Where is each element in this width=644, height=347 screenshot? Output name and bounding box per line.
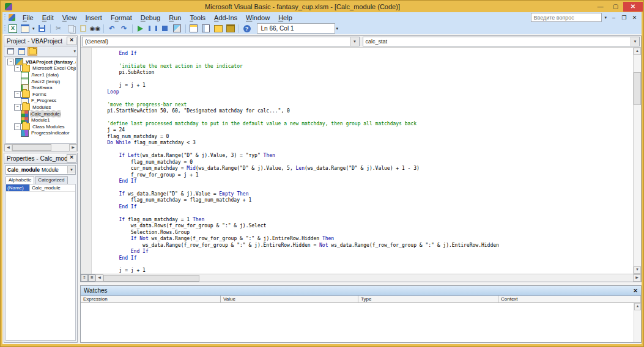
question-input[interactable] <box>531 13 602 22</box>
tree-item-f-progress[interactable]: F_Progress <box>6 98 76 104</box>
menu-run[interactable]: Run <box>165 13 185 23</box>
code-vscrollbar[interactable]: ▲ ▼ <box>633 48 641 274</box>
menu-tools[interactable]: Tools <box>185 13 210 23</box>
tree-item-этакнига[interactable]: ЭтаКнига <box>6 84 76 91</box>
tree-item-лист2-temp-[interactable]: Лист2 (temp) <box>6 78 76 85</box>
reset-icon[interactable] <box>160 24 171 34</box>
scroll-up-icon[interactable]: ▲ <box>634 48 641 55</box>
menu-insert[interactable]: Insert <box>81 13 106 23</box>
menu-edit[interactable]: Edit <box>38 13 58 23</box>
view-object-icon[interactable] <box>17 47 26 56</box>
run-icon[interactable] <box>135 24 146 34</box>
watches-vscrollbar[interactable]: ▲ <box>634 303 641 342</box>
project-hscroll-thumb[interactable] <box>12 144 51 151</box>
tree-item-modules[interactable]: −Modules <box>6 104 76 111</box>
scroll-left-icon[interactable]: ◀ <box>95 274 103 282</box>
code-hscroll-thumb[interactable] <box>103 275 199 282</box>
code-line: flag_num_matchday = 0 <box>95 159 633 166</box>
tab-categorized[interactable]: Categorized <box>35 176 67 184</box>
procedure-view-icon[interactable]: ≡ <box>81 274 88 282</box>
watches-list[interactable] <box>81 303 634 342</box>
code-window: (General) ▼ calc_stat ▼ End If 'initiate… <box>80 35 642 282</box>
tree-item-microsoft-excel-objects[interactable]: −Microsoft Excel Objects <box>6 65 76 72</box>
view-code-icon[interactable] <box>6 47 15 56</box>
project-hscrollbar[interactable]: ◀ ▶ <box>4 144 77 151</box>
object-dropdown[interactable]: (General) ▼ <box>82 37 360 46</box>
project-toolbar-overflow-icon[interactable]: ▾ <box>72 49 77 54</box>
save-icon[interactable] <box>37 24 48 34</box>
selected-object-type: Module <box>42 167 59 173</box>
full-module-view-icon[interactable]: ≣ <box>88 274 95 282</box>
collapse-icon[interactable]: − <box>14 91 21 98</box>
toolbar-separator <box>132 24 133 33</box>
child-minimize-button[interactable]: – <box>609 13 618 21</box>
scroll-right-icon[interactable]: ▶ <box>69 144 77 152</box>
project-panel-close-icon[interactable]: ✕ <box>67 37 76 45</box>
scroll-up-icon[interactable]: ▲ <box>634 303 641 310</box>
help-icon[interactable]: ? <box>242 24 253 34</box>
tree-item-forms[interactable]: −Forms <box>6 91 76 98</box>
tree-item-class-modules[interactable]: −Class Modules <box>6 123 76 130</box>
menu-format[interactable]: Format <box>106 13 136 23</box>
undo-icon[interactable]: ↶ <box>106 24 117 34</box>
tree-item-vbaproject-fantasy-cup-xlsm-[interactable]: −VBAProject (fantasy_cup.xlsm) <box>6 59 76 65</box>
design-mode-icon[interactable] <box>172 24 183 34</box>
combo-arrow-icon[interactable]: ▼ <box>631 37 639 46</box>
procedure-dropdown[interactable]: calc_stat ▼ <box>363 37 640 46</box>
collapse-icon[interactable]: − <box>7 59 14 65</box>
combo-arrow-icon[interactable]: ▼ <box>67 166 75 174</box>
tree-item-module1[interactable]: Module1 <box>6 117 76 123</box>
menu-debug[interactable]: Debug <box>136 13 165 23</box>
question-dropdown-icon[interactable]: ▾ <box>603 15 608 20</box>
toggle-folders-icon[interactable] <box>28 47 37 56</box>
tree-item-лист1-data-[interactable]: Лист1 (data) <box>6 71 76 78</box>
menu-addins[interactable]: Add-Ins <box>210 13 242 23</box>
child-close-button[interactable]: ✕ <box>630 13 639 21</box>
window-close-button[interactable]: ✕ <box>623 2 643 12</box>
property-value[interactable]: Calc_module <box>30 185 61 191</box>
view-microsoft-excel-icon[interactable]: X <box>7 24 18 34</box>
tab-alphabetic[interactable]: Alphabetic <box>6 176 34 184</box>
watches-column-type[interactable]: Type <box>358 296 498 302</box>
insert-userform-icon[interactable] <box>20 24 31 34</box>
toolbox-icon[interactable] <box>225 24 236 34</box>
menubar-grip[interactable] <box>4 14 6 21</box>
code-vscroll-thumb[interactable] <box>634 72 641 105</box>
watches-close-icon[interactable]: ✕ <box>631 288 640 294</box>
window-maximize-button[interactable]: ▢ <box>608 2 623 12</box>
properties-window-icon[interactable] <box>201 24 212 34</box>
watches-column-expression[interactable]: Expression <box>81 296 221 302</box>
find-icon[interactable]: ◉◉ <box>90 24 101 34</box>
menu-view[interactable]: View <box>58 13 81 23</box>
window-minimize-button[interactable]: — <box>593 2 608 12</box>
collapse-icon[interactable]: − <box>14 123 21 130</box>
watches-column-value[interactable]: Value <box>221 296 358 302</box>
collapse-icon[interactable]: − <box>14 65 21 71</box>
collapse-icon[interactable]: − <box>14 104 21 111</box>
toolbar-overflow-icon[interactable]: ▾ <box>335 26 340 31</box>
toolbar-grip[interactable] <box>4 25 6 32</box>
breakpoint-margin[interactable] <box>81 48 92 274</box>
code-editor[interactable]: End If 'initiate the next action in the … <box>92 48 633 274</box>
cursor-position-status: Ln 66, Col 1 <box>257 23 335 34</box>
module-window-icon[interactable] <box>9 14 15 21</box>
scroll-left-icon[interactable]: ◀ <box>4 144 12 152</box>
userform-dropdown-icon[interactable]: ▾ <box>31 26 36 31</box>
properties-object-select[interactable]: Calc_module Module ▼ <box>6 165 76 175</box>
menu-window[interactable]: Window <box>242 13 274 23</box>
scroll-right-icon[interactable]: ▶ <box>633 274 641 282</box>
tree-item-calc-module[interactable]: Calc_module <box>6 111 76 117</box>
tree-item-progressindicator[interactable]: ProgressIndicator <box>6 130 76 137</box>
object-browser-icon[interactable] <box>213 24 224 34</box>
redo-icon[interactable]: ↷ <box>119 24 130 34</box>
watches-column-context[interactable]: Context <box>498 296 641 302</box>
break-icon[interactable] <box>147 24 158 34</box>
menu-help[interactable]: Help <box>274 13 297 23</box>
scroll-down-icon[interactable]: ▼ <box>634 266 641 274</box>
project-explorer-icon[interactable] <box>188 24 199 34</box>
child-restore-button[interactable]: ❐ <box>620 13 629 21</box>
menu-file[interactable]: File <box>18 13 38 23</box>
properties-panel-close-icon[interactable]: ✕ <box>67 154 76 163</box>
property-row[interactable]: (Name)Calc_module <box>6 184 75 192</box>
combo-arrow-icon[interactable]: ▼ <box>350 37 359 46</box>
